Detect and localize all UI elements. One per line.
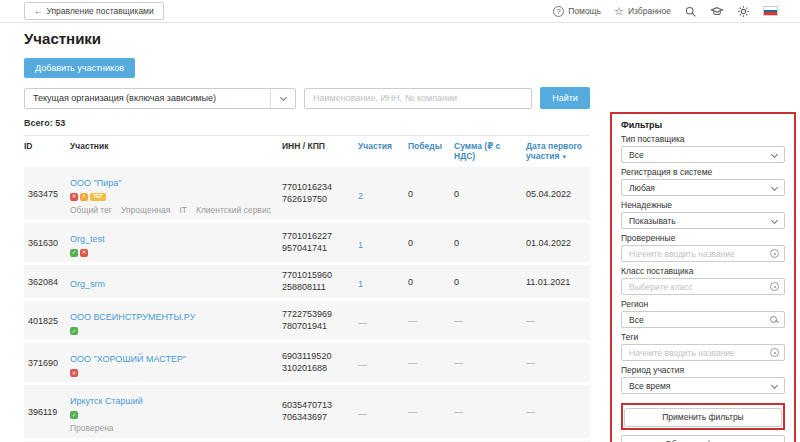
green-badge-icon: ✓ — [70, 411, 78, 419]
kpp-value: 258808111 — [282, 282, 354, 294]
filter-select[interactable]: Любая — [621, 179, 785, 196]
help-label: Помощь — [568, 6, 601, 16]
chevron-down-icon — [771, 382, 778, 389]
participant-id-cell: 363475 — [24, 189, 70, 199]
topbar: ← Управление поставщиками ? Помощь ☆ Изб… — [0, 0, 800, 23]
table-row: 361630Org_test✓✕770101622795704174110001… — [24, 223, 590, 262]
find-button[interactable]: Найти — [540, 87, 590, 109]
participations-value: — — [358, 318, 367, 328]
chevron-down-icon — [771, 151, 778, 158]
russian-flag-icon — [763, 6, 778, 16]
kpp-value: 310201688 — [282, 363, 354, 375]
reset-filters-button[interactable]: Сбросить фильтры — [621, 435, 785, 442]
filter-lookup-input[interactable] — [629, 348, 766, 358]
green-badge-icon: ✓ — [70, 249, 78, 257]
first-participation-date-cell: — — [526, 407, 590, 417]
search-button[interactable] — [684, 5, 697, 18]
organization-select-value: Текущая организация (включая зависимые) — [33, 93, 216, 103]
participant-tag: Проверена — [70, 423, 114, 433]
filter-lookup[interactable] — [621, 245, 785, 262]
kpp-value: 706343697 — [282, 412, 354, 424]
column-sort-link[interactable]: Участия — [358, 141, 408, 151]
participations-link[interactable]: 2 — [358, 191, 363, 201]
wins-cell: — — [408, 316, 454, 326]
kpp-value: 762619750 — [282, 194, 354, 206]
filter-select-value: Показывать — [629, 216, 676, 226]
settings-button[interactable] — [737, 5, 750, 18]
wins-cell: — — [408, 407, 454, 417]
topbar-actions: ? Помощь ☆ Избранное — [553, 5, 778, 18]
filter-search-input[interactable] — [629, 315, 766, 325]
filter-select-value: Любая — [629, 183, 655, 193]
first-participation-date-cell: — — [526, 316, 590, 326]
filter-field: Тип поставщикаВсе — [621, 134, 785, 163]
favorites-link[interactable]: ☆ Избранное — [614, 6, 671, 17]
filter-label: Период участия — [621, 365, 785, 375]
learning-button[interactable] — [710, 5, 724, 18]
filter-label: Класс поставщика — [621, 266, 785, 276]
participant-cell: Org_test✓✕ — [70, 228, 282, 257]
participations-cell: — — [358, 403, 408, 421]
chevron-down-icon — [280, 93, 287, 100]
filter-select[interactable]: Все время — [621, 377, 785, 394]
column-sort-link[interactable]: Победы — [408, 141, 454, 151]
table-row: 363475ООО "Пира"✕!ТЕГОбщий тегУпрощенная… — [24, 167, 590, 220]
participant-name-link[interactable]: ООО ВСЕИНСТРУМЕНТЫ.РУ — [70, 312, 195, 322]
participations-value: — — [358, 360, 367, 370]
search-input[interactable] — [304, 88, 532, 109]
select-from-list-icon — [770, 282, 779, 291]
language-switch[interactable] — [763, 6, 778, 16]
orange-badge-icon: ! — [80, 193, 88, 201]
apply-filters-button[interactable]: Применить фильтры — [624, 408, 782, 427]
help-icon: ? — [553, 6, 564, 17]
wins-cell: 0 — [408, 238, 454, 248]
inn-value: 7701015960 — [282, 270, 354, 282]
participations-link[interactable]: 1 — [358, 279, 363, 289]
participant-name-link[interactable]: Org_test — [70, 234, 105, 244]
column-sort-link[interactable]: Дата первого участия ▼ — [526, 141, 590, 161]
back-button-label: Управление поставщиками — [47, 6, 154, 16]
filter-select[interactable]: Все — [621, 146, 785, 163]
inn-value: 7722753969 — [282, 309, 354, 321]
sum-cell: 0 — [454, 238, 526, 248]
inn-value: 6903119520 — [282, 351, 354, 363]
participations-cell: 1 — [358, 273, 408, 291]
participant-name-link[interactable]: ООО "Пира" — [70, 178, 121, 188]
back-to-supplier-management-button[interactable]: ← Управление поставщиками — [24, 2, 164, 20]
add-participants-button[interactable]: Добавить участников — [24, 58, 135, 78]
filter-lookup[interactable] — [621, 344, 785, 361]
search-icon — [684, 5, 697, 18]
filter-select[interactable]: Показывать — [621, 212, 785, 229]
participations-link[interactable]: 1 — [358, 240, 363, 250]
filter-label: Регион — [621, 299, 785, 309]
participant-name-link[interactable]: Org_srm — [70, 279, 105, 289]
filter-field: Регион — [621, 299, 785, 328]
participant-cell: Иркутск Старший✓Проверена — [70, 390, 282, 433]
participant-id-cell: 401825 — [24, 316, 70, 326]
filter-lookup-input[interactable] — [629, 249, 766, 259]
filter-field: Теги — [621, 332, 785, 361]
participant-name-link[interactable]: ООО "ХОРОШИЙ МАСТЕР" — [70, 354, 186, 364]
participant-name-link[interactable]: Иркутск Старший — [70, 396, 143, 406]
help-link[interactable]: ? Помощь — [553, 6, 601, 17]
participations-cell: — — [358, 312, 408, 330]
organization-select[interactable]: Текущая организация (включая зависимые) — [24, 88, 296, 109]
inn-kpp-cell: 6035470713706343697 — [282, 400, 358, 423]
filters-fields: Тип поставщикаВсеРегистрация в системеЛю… — [621, 134, 785, 394]
participant-id-cell: 361630 — [24, 238, 70, 248]
filter-lookup[interactable] — [621, 278, 785, 295]
teg-badge-icon: ТЕГ — [90, 193, 106, 201]
participant-tags: Проверена — [70, 423, 278, 433]
wins-cell: 0 — [408, 189, 454, 199]
filters-panel: Фильтры Тип поставщикаВсеРегистрация в с… — [610, 112, 796, 442]
filter-label: Теги — [621, 332, 785, 342]
first-participation-date-cell: 01.04.2022 — [526, 238, 590, 248]
filter-search[interactable] — [621, 311, 785, 328]
filter-lookup-input[interactable] — [629, 282, 766, 292]
filter-label: Регистрация в системе — [621, 167, 785, 177]
participants-table-body: 363475ООО "Пира"✕!ТЕГОбщий тегУпрощенная… — [24, 167, 590, 442]
sum-cell: 0 — [454, 277, 526, 287]
select-from-list-icon — [770, 348, 779, 357]
green-badge-icon: ✓ — [70, 327, 78, 335]
column-sort-link[interactable]: Сумма (₽ с НДС) — [454, 141, 526, 161]
